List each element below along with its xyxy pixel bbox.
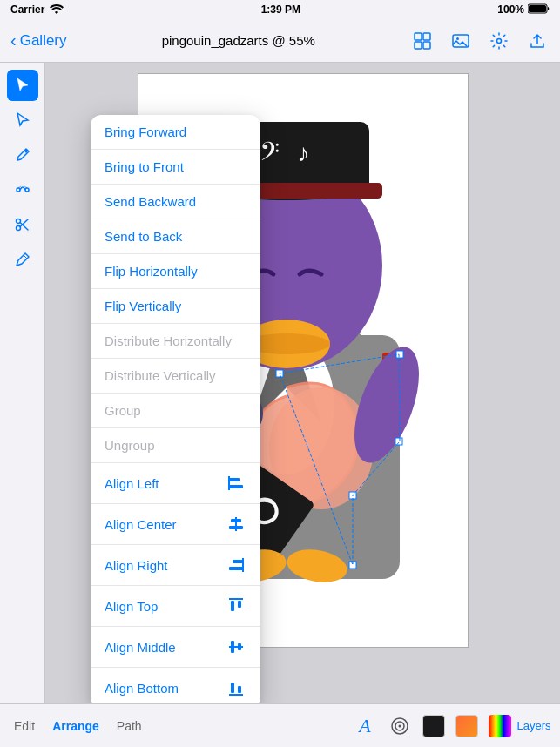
edit-button[interactable]: Edit bbox=[14, 719, 35, 733]
text-tool-button[interactable]: A bbox=[353, 714, 377, 738]
svg-point-9 bbox=[24, 151, 27, 153]
svg-point-7 bbox=[456, 37, 459, 40]
distribute-vertically-label: Distribute Vertically bbox=[105, 368, 216, 383]
svg-text:♪: ♪ bbox=[297, 139, 309, 166]
bring-to-front-label: Bring to Front bbox=[105, 159, 184, 174]
align-center-icon bbox=[226, 514, 246, 535]
svg-rect-36 bbox=[395, 438, 402, 445]
align-bottom-item[interactable]: Align Bottom bbox=[91, 668, 260, 703]
group-label: Group bbox=[105, 403, 141, 418]
select-tool[interactable] bbox=[7, 70, 38, 101]
time-label: 1:39 PM bbox=[261, 3, 300, 16]
align-bottom-label: Align Bottom bbox=[105, 681, 179, 696]
align-middle-label: Align Middle bbox=[105, 640, 176, 655]
color-palette-icon[interactable] bbox=[489, 715, 511, 737]
align-center-label: Align Center bbox=[105, 517, 177, 532]
bottom-bar: Edit Arrange Path A Layers bbox=[0, 703, 560, 747]
svg-rect-50 bbox=[238, 601, 241, 608]
svg-text:𝄢: 𝄢 bbox=[259, 138, 279, 172]
flip-horizontally-label: Flip Horizontally bbox=[105, 264, 198, 279]
svg-rect-3 bbox=[423, 33, 430, 40]
align-left-label: Align Left bbox=[105, 476, 159, 491]
context-menu: Bring Forward Bring to Front Send Backwa… bbox=[91, 115, 260, 703]
back-chevron-icon: ‹ bbox=[10, 30, 17, 50]
align-right-item[interactable]: Align Right bbox=[91, 545, 260, 586]
group-item: Group bbox=[91, 394, 260, 428]
send-backward-label: Send Backward bbox=[105, 194, 196, 209]
svg-rect-46 bbox=[233, 560, 243, 563]
align-left-icon bbox=[226, 473, 246, 494]
node-tool[interactable] bbox=[7, 174, 38, 205]
svg-rect-2 bbox=[415, 33, 422, 40]
distribute-horizontally-label: Distribute Horizontally bbox=[105, 333, 232, 348]
svg-point-8 bbox=[497, 38, 502, 43]
battery-icon bbox=[528, 3, 550, 17]
svg-rect-56 bbox=[238, 686, 241, 693]
ungroup-item: Ungroup bbox=[91, 428, 260, 463]
toolbar: ‹ Gallery pingouin_gadzarts @ 55% bbox=[0, 19, 560, 63]
align-bottom-icon bbox=[226, 677, 246, 698]
main-layout: 𝄢 ♪ bbox=[0, 63, 560, 703]
align-top-icon bbox=[226, 596, 246, 616]
bottom-left-actions: Edit Arrange Path bbox=[14, 719, 142, 733]
image-icon[interactable] bbox=[449, 29, 473, 53]
status-left: Carrier bbox=[10, 3, 64, 17]
ungroup-label: Ungroup bbox=[105, 438, 155, 453]
svg-rect-55 bbox=[231, 683, 234, 693]
tools-panel bbox=[0, 63, 45, 703]
carrier-label: Carrier bbox=[10, 3, 44, 16]
wifi-icon bbox=[50, 3, 64, 17]
shape-icon[interactable] bbox=[422, 715, 445, 737]
arrange-button[interactable]: Arrange bbox=[52, 719, 99, 733]
bring-forward-label: Bring Forward bbox=[105, 124, 186, 139]
flip-horizontally-item[interactable]: Flip Horizontally bbox=[91, 254, 260, 289]
svg-point-11 bbox=[25, 188, 29, 192]
svg-rect-40 bbox=[229, 478, 240, 481]
svg-rect-1 bbox=[529, 5, 546, 12]
align-top-label: Align Top bbox=[105, 599, 158, 614]
battery-label: 100% bbox=[497, 3, 524, 16]
pencil-tool[interactable] bbox=[7, 244, 38, 275]
toolbar-left: ‹ Gallery bbox=[10, 30, 67, 50]
align-right-icon bbox=[226, 555, 246, 575]
layers-button[interactable]: Layers bbox=[522, 714, 546, 738]
send-to-back-label: Send to Back bbox=[105, 229, 182, 244]
canvas-area[interactable]: 𝄢 ♪ bbox=[45, 63, 560, 703]
send-backward-item[interactable]: Send Backward bbox=[91, 185, 260, 219]
send-to-back-item[interactable]: Send to Back bbox=[91, 219, 260, 254]
color-swatch[interactable] bbox=[455, 715, 478, 737]
svg-rect-39 bbox=[396, 351, 403, 358]
back-button[interactable]: Gallery bbox=[20, 32, 67, 50]
svg-rect-41 bbox=[229, 485, 243, 488]
svg-rect-49 bbox=[231, 601, 234, 611]
frame-icon[interactable] bbox=[410, 29, 435, 53]
align-right-label: Align Right bbox=[105, 558, 168, 573]
align-center-item[interactable]: Align Center bbox=[91, 504, 260, 545]
share-icon[interactable] bbox=[525, 29, 550, 53]
status-bar: Carrier 1:39 PM 100% bbox=[0, 0, 560, 19]
status-right: 100% bbox=[497, 3, 550, 17]
scissors-tool[interactable] bbox=[7, 209, 38, 240]
bring-forward-item[interactable]: Bring Forward bbox=[91, 115, 260, 150]
align-middle-icon bbox=[226, 636, 246, 657]
svg-rect-5 bbox=[423, 42, 430, 49]
svg-point-60 bbox=[399, 724, 401, 727]
settings-icon[interactable] bbox=[487, 29, 511, 53]
flip-vertically-label: Flip Vertically bbox=[105, 299, 181, 313]
bring-to-front-item[interactable]: Bring to Front bbox=[91, 150, 260, 185]
svg-rect-47 bbox=[229, 567, 243, 570]
svg-point-10 bbox=[17, 188, 20, 192]
document-title: pingouin_gadzarts @ 55% bbox=[162, 33, 315, 48]
align-middle-item[interactable]: Align Middle bbox=[91, 627, 260, 668]
flip-vertically-item[interactable]: Flip Vertically bbox=[91, 289, 260, 324]
subselect-tool[interactable] bbox=[7, 104, 38, 136]
path-button[interactable]: Path bbox=[117, 719, 142, 733]
align-left-item[interactable]: Align Left bbox=[91, 463, 260, 504]
distribute-horizontally-item: Distribute Horizontally bbox=[91, 324, 260, 359]
pen-tool[interactable] bbox=[7, 139, 38, 171]
distribute-vertically-item: Distribute Vertically bbox=[91, 359, 260, 394]
align-top-item[interactable]: Align Top bbox=[91, 586, 260, 627]
bottom-right-actions: A Layers bbox=[353, 714, 546, 738]
toolbar-actions bbox=[410, 29, 550, 53]
target-icon[interactable] bbox=[388, 714, 412, 738]
